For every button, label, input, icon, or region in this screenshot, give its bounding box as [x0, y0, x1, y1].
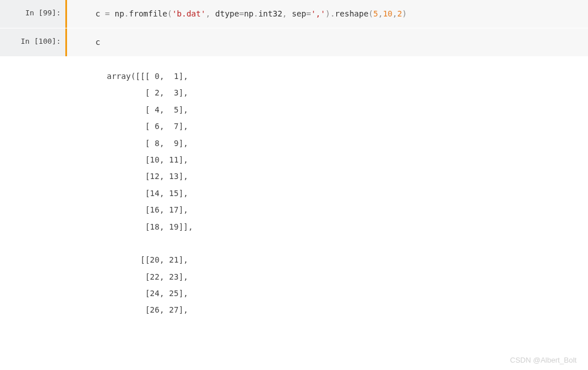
code-cell-100[interactable]: In [100]: c [0, 28, 588, 57]
code-token: sep [292, 9, 306, 18]
output-prompt-spacer [0, 57, 67, 327]
code-token: c [95, 9, 105, 18]
code-token: . [330, 9, 335, 18]
code-token: , [282, 9, 292, 18]
notebook-container: In [99]: c = np.fromfile('b.dat', dtype=… [0, 0, 588, 370]
code-cell-99[interactable]: In [99]: c = np.fromfile('b.dat', dtype=… [0, 0, 588, 28]
code-token: , [378, 9, 382, 18]
code-token: 'b.dat' [172, 9, 206, 18]
code-token: 10 [383, 9, 393, 18]
code-token: 2 [397, 9, 402, 18]
watermark: CSDN @Albert_Bolt [510, 356, 577, 364]
code-token: int32 [258, 9, 282, 18]
code-token: , [393, 9, 397, 18]
code-token: ( [369, 9, 373, 18]
code-token: fromfile [129, 9, 167, 18]
code-token: np [244, 9, 253, 18]
code-area[interactable]: c [67, 28, 588, 56]
code-token: ) [402, 9, 407, 18]
prompt-label: In [99]: [25, 9, 61, 17]
code-token: c [95, 38, 100, 47]
prompt-area: In [100]: [0, 28, 65, 56]
code-token: dtype [215, 9, 239, 18]
code-token: reshape [335, 9, 369, 18]
output-cell: array([[[ 0, 1], [ 2, 3], [ 4, 5], [ 6, … [0, 57, 588, 327]
output-text: array([[[ 0, 1], [ 2, 3], [ 4, 5], [ 6, … [67, 57, 588, 327]
code-token: ( [167, 9, 172, 18]
prompt-label: In [100]: [21, 37, 61, 45]
code-token: . [253, 9, 258, 18]
code-token: ',' [311, 9, 325, 18]
code-area[interactable]: c = np.fromfile('b.dat', dtype=np.int32,… [67, 0, 588, 28]
code-token: ) [326, 9, 330, 18]
prompt-area: In [99]: [0, 0, 65, 28]
code-token: , [206, 9, 215, 18]
code-token: np [110, 9, 124, 18]
code-token: . [124, 9, 129, 18]
